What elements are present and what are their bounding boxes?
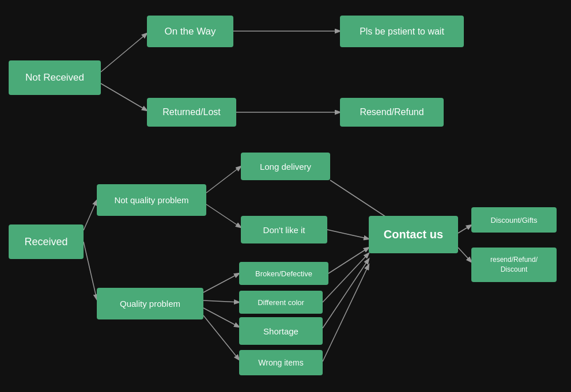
svg-line-2 <box>101 83 147 111</box>
not-quality-problem-node: Not quality problem <box>97 184 206 216</box>
discount-gifts-node: Discount/Gifts <box>471 207 557 233</box>
dont-like-it-node: Don't like it <box>241 216 327 243</box>
contact-us-node: Contact us <box>369 216 458 253</box>
svg-line-9 <box>203 273 239 292</box>
wrong-items-node: Wrong items <box>239 350 323 375</box>
svg-line-6 <box>84 242 97 299</box>
resend-refund-top-node: Resend/Refund <box>340 98 444 127</box>
svg-line-7 <box>206 166 241 193</box>
returned-lost-node: Returned/Lost <box>147 98 236 127</box>
long-delivery-node: Long delivery <box>241 153 330 180</box>
resend-refund-discount-node: resend/Refund/ Discount <box>471 248 557 282</box>
quality-problem-node: Quality problem <box>97 288 203 319</box>
flowchart-diagram: Not Received On the Way Returned/Lost Pl… <box>0 0 571 392</box>
svg-line-11 <box>203 308 239 327</box>
svg-line-14 <box>327 230 369 239</box>
svg-line-12 <box>203 315 239 360</box>
received-node: Received <box>9 224 84 259</box>
svg-line-16 <box>323 253 369 302</box>
svg-line-15 <box>328 248 369 273</box>
svg-line-18 <box>323 265 369 361</box>
svg-line-20 <box>458 248 471 262</box>
svg-line-8 <box>206 204 241 227</box>
svg-line-17 <box>323 259 369 328</box>
not-received-node: Not Received <box>9 60 101 95</box>
svg-line-19 <box>458 225 471 233</box>
svg-line-10 <box>203 300 239 302</box>
shortage-node: Shortage <box>239 317 323 345</box>
on-the-way-node: On the Way <box>147 16 233 47</box>
broken-defective-node: Broken/Defective <box>239 262 328 285</box>
svg-line-1 <box>101 33 147 72</box>
pls-be-patient-node: Pls be pstient to wait <box>340 16 464 47</box>
svg-line-5 <box>84 200 97 230</box>
different-color-node: Different color <box>239 291 323 314</box>
